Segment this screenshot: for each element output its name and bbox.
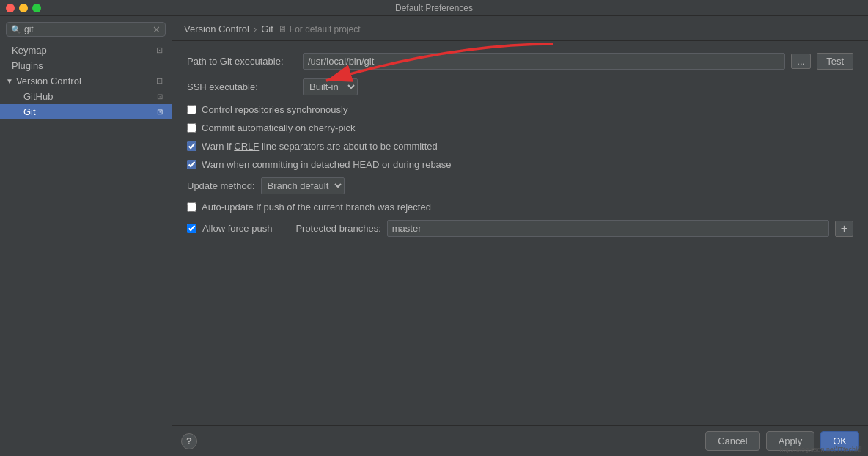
warn-detached-row: Warn when committing in detached HEAD or… [187, 159, 853, 170]
settings-area: Path to Git executable: ... Test SSH exe… [172, 41, 868, 425]
path-label: Path to Git executable: [187, 56, 297, 67]
allow-force-push-label: Allow force push [202, 223, 272, 234]
search-box[interactable]: 🔍 ✕ [6, 22, 166, 37]
sidebar-section-vc-label: Version Control [16, 76, 81, 87]
force-push-row: Allow force push Protected branches: + [187, 220, 853, 237]
cancel-button[interactable]: Cancel [705, 431, 760, 451]
control-repos-row: Control repositories synchronously [187, 104, 853, 115]
clear-search-icon[interactable]: ✕ [152, 25, 161, 34]
path-input[interactable] [303, 53, 785, 70]
ssh-row: SSH executable: Built-in Native Custom [187, 78, 853, 95]
bottom-bar: ? Cancel Apply OK [172, 425, 868, 456]
control-repos-checkbox[interactable] [187, 105, 196, 114]
breadcrumb-note: 🖥 For default project [278, 24, 361, 34]
sidebar-item-github[interactable]: GitHub ⊡ [0, 89, 172, 104]
breadcrumb-git: Git [261, 23, 273, 34]
window-title: Default Preferences [395, 3, 473, 13]
ssh-label: SSH executable: [187, 81, 297, 92]
title-bar: Default Preferences [0, 0, 868, 16]
breadcrumb-note-text: For default project [290, 24, 361, 34]
protected-branches-label: Protected branches: [295, 223, 380, 234]
minimize-button[interactable] [19, 4, 28, 12]
auto-update-label: Auto-update if push of the current branc… [202, 202, 431, 213]
collapse-icon: ▼ [6, 77, 13, 85]
close-button[interactable] [6, 4, 15, 12]
help-button[interactable]: ? [181, 433, 197, 449]
search-icon: 🔍 [11, 25, 21, 34]
search-input[interactable] [24, 24, 150, 34]
window-controls[interactable] [6, 4, 41, 12]
sidebar-item-git-label: Git [23, 106, 36, 117]
breadcrumb-vc: Version Control [184, 23, 249, 34]
add-protected-branch-button[interactable]: + [835, 221, 853, 237]
warn-detached-label: Warn when committing in detached HEAD or… [202, 159, 452, 170]
update-method-label: Update method: [187, 180, 255, 191]
browse-button[interactable]: ... [791, 54, 811, 69]
sidebar-item-keymap-icon: ⊡ [156, 45, 163, 55]
protected-branches-input[interactable] [387, 220, 829, 237]
sidebar-item-plugins[interactable]: Plugins [0, 58, 172, 73]
warn-crlf-row: Warn if CRLF line separators are about t… [187, 141, 853, 152]
sidebar-item-keymap-label: Keymap [12, 45, 47, 56]
test-button[interactable]: Test [817, 53, 853, 70]
sidebar-item-plugins-label: Plugins [12, 60, 43, 71]
sidebar-git-icon: ⊡ [157, 108, 163, 116]
auto-update-checkbox[interactable] [187, 202, 196, 212]
breadcrumb: Version Control › Git 🖥 For default proj… [172, 16, 868, 41]
commit-auto-row: Commit automatically on cherry-pick [187, 122, 853, 133]
update-method-select[interactable]: Branch default Rebase Merge [261, 177, 345, 194]
sidebar-github-icon: ⊡ [157, 92, 163, 100]
commit-auto-checkbox[interactable] [187, 123, 196, 133]
sidebar-item-git[interactable]: Git ⊡ [0, 104, 172, 119]
bottom-right: Cancel Apply OK [705, 431, 859, 451]
ok-button[interactable]: OK [820, 431, 859, 451]
main-layout: 🔍 ✕ Keymap ⊡ Plugins ▼ Version Control ⊡… [0, 16, 868, 456]
sidebar-item-keymap[interactable]: Keymap ⊡ [0, 43, 172, 58]
warn-crlf-checkbox[interactable] [187, 141, 196, 151]
bottom-left: ? [181, 433, 197, 449]
content-panel: Version Control › Git 🖥 For default proj… [172, 16, 868, 456]
warn-crlf-label: Warn if CRLF line separators are about t… [202, 141, 438, 152]
sidebar-item-github-label: GitHub [23, 91, 53, 102]
apply-button[interactable]: Apply [766, 431, 815, 451]
sidebar-vc-copy-icon: ⊡ [156, 76, 163, 86]
sidebar-section-version-control[interactable]: ▼ Version Control ⊡ [0, 73, 172, 89]
warn-detached-checkbox[interactable] [187, 160, 196, 169]
monitor-icon: 🖥 [278, 24, 287, 34]
commit-auto-label: Commit automatically on cherry-pick [202, 122, 356, 133]
auto-update-row: Auto-update if push of the current branc… [187, 202, 853, 213]
sidebar: 🔍 ✕ Keymap ⊡ Plugins ▼ Version Control ⊡… [0, 16, 172, 456]
allow-force-push-checkbox[interactable] [187, 224, 196, 233]
update-method-row: Update method: Branch default Rebase Mer… [187, 177, 853, 194]
path-row: Path to Git executable: ... Test [187, 53, 853, 70]
ssh-select[interactable]: Built-in Native Custom [303, 78, 358, 95]
control-repos-label: Control repositories synchronously [202, 104, 347, 115]
breadcrumb-sep1: › [254, 23, 257, 34]
maximize-button[interactable] [32, 4, 41, 12]
